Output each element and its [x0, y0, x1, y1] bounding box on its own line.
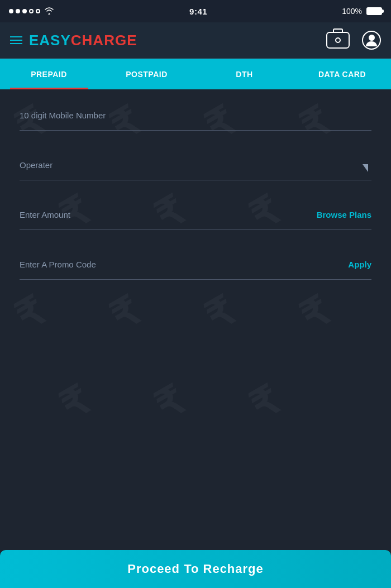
hamburger-line-2 [10, 40, 22, 41]
watermark-14: ₹ [241, 376, 287, 430]
battery-box [366, 7, 382, 15]
operator-group: Operater Airtel Jio Vodafone BSNL [20, 156, 371, 180]
wallet-button[interactable] [326, 32, 350, 49]
battery-percentage: 100% [342, 7, 362, 16]
user-profile-button[interactable] [362, 31, 381, 50]
amount-group: Browse Plans [20, 205, 371, 230]
logo-charge: CHARGE [71, 32, 137, 49]
promo-field-wrapper: Apply [20, 255, 371, 274]
dot-2 [16, 9, 20, 13]
wallet-circle-icon [335, 37, 341, 43]
watermark-10: ₹ [197, 287, 242, 341]
battery-icon [366, 7, 382, 15]
watermark-8: ₹ [7, 287, 53, 341]
tab-navigation: PREPAID POSTPAID DTH DATA CARD [0, 59, 391, 89]
amount-field: Browse Plans [20, 205, 371, 230]
header-left: EASYCHARGE [10, 32, 137, 49]
hamburger-line-3 [10, 43, 22, 44]
mobile-number-field [20, 106, 371, 131]
watermark-12: ₹ [51, 376, 97, 430]
apply-promo-link[interactable]: Apply [341, 260, 371, 269]
mobile-number-group [20, 106, 371, 131]
app-logo: EASYCHARGE [29, 32, 137, 49]
mobile-number-input[interactable] [20, 106, 371, 125]
logo-easy: EASY [29, 32, 71, 49]
hamburger-line-1 [10, 36, 22, 37]
status-bar: 9:41 100% [0, 0, 391, 22]
amount-input[interactable] [20, 205, 310, 224]
amount-field-wrapper: Browse Plans [20, 205, 371, 224]
promo-code-group: Apply [20, 255, 371, 280]
tab-datacard[interactable]: DATA CARD [293, 59, 391, 89]
signal-dots [9, 9, 40, 13]
dot-5 [36, 9, 40, 13]
watermark-11: ₹ [292, 287, 337, 341]
status-right: 100% [342, 7, 382, 16]
proceed-to-recharge-button[interactable]: Proceed To Recharge [0, 550, 391, 588]
watermark-9: ₹ [102, 287, 147, 341]
promo-code-input[interactable] [20, 255, 341, 274]
operator-select[interactable]: Operater Airtel Jio Vodafone BSNL [20, 156, 371, 174]
status-left [9, 6, 55, 17]
tab-prepaid[interactable]: PREPAID [0, 59, 98, 89]
main-content: ₹ ₹ ₹ ₹ ₹ ₹ ₹ ₹ ₹ ₹ ₹ ₹ ₹ ₹ Operater Air… [0, 89, 391, 525]
wifi-icon [44, 6, 55, 17]
header-right [326, 31, 381, 50]
dot-3 [22, 9, 27, 13]
hamburger-menu[interactable] [10, 36, 22, 44]
tab-postpaid[interactable]: POSTPAID [98, 59, 196, 89]
status-time: 9:41 [189, 7, 207, 16]
browse-plans-link[interactable]: Browse Plans [310, 210, 371, 219]
app-header: EASYCHARGE [0, 22, 391, 59]
operator-field: Operater Airtel Jio Vodafone BSNL [20, 156, 371, 180]
watermark-grid: ₹ ₹ ₹ ₹ ₹ ₹ ₹ ₹ ₹ ₹ ₹ ₹ ₹ ₹ [0, 89, 391, 525]
watermark-13: ₹ [146, 376, 192, 430]
tab-dth[interactable]: DTH [196, 59, 293, 89]
promo-code-field: Apply [20, 255, 371, 280]
dot-4 [29, 9, 34, 13]
dot-1 [9, 9, 13, 13]
